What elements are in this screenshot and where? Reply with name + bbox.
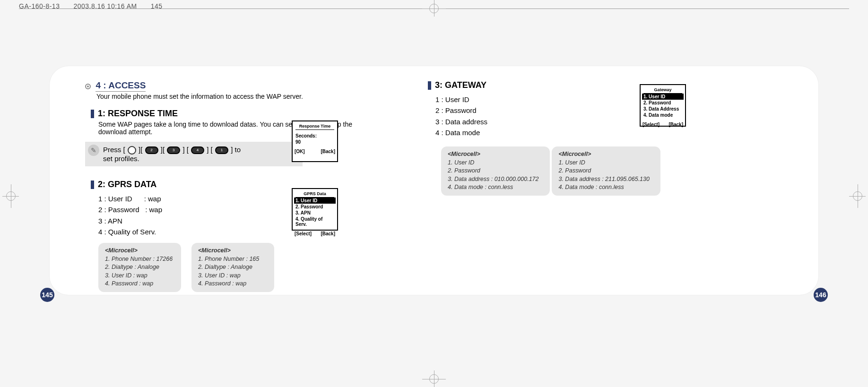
screen-softkeys: [Select] [Back]: [293, 230, 337, 237]
phone-screen-gateway: Gateway 1. User ID 2. Password 3. Data A…: [640, 84, 686, 127]
softkey-back[interactable]: [Back]: [668, 122, 683, 127]
screen-row-2[interactable]: 2. Password: [641, 100, 685, 106]
heading-bar-icon: [428, 81, 431, 90]
gateway-item-1: 1 : User ID: [435, 94, 730, 105]
key-2-icon: 2: [145, 146, 158, 154]
softkey-select[interactable]: [Select]: [642, 122, 660, 127]
gprs-data-label: 2: GPRS DATA: [98, 180, 156, 189]
gw-profile-2-line-2: 2. Password: [558, 167, 654, 175]
profile-1-line-2: 2. Dialtype : Analoge: [105, 263, 174, 272]
profile-1-line-1: 1. Phone Number : 17266: [105, 255, 174, 264]
tip-text-1: Press [: [103, 146, 125, 154]
softkey-select[interactable]: [Select]: [295, 231, 312, 236]
key-4-icon: 4: [191, 146, 204, 154]
key-menu-icon: [128, 146, 136, 155]
tip-icon: ✎: [88, 145, 99, 156]
screen-row-2[interactable]: 2. Password: [293, 204, 337, 210]
screen-title: Gateway: [643, 86, 682, 94]
page-number-left: 145: [40, 288, 54, 302]
tip-box: ✎ Press [ ][ 2 ][ 3 ] [ 4 ] [ 1 ] to set…: [85, 142, 303, 166]
gateway-item-4: 4 : Data mode: [435, 127, 730, 138]
gateway-profile-card-1: <Microcell> 1. User ID 2. Password 3. Da…: [441, 146, 550, 196]
gw-profile-2-line-3: 3. Data address : 211.095.065.130: [558, 175, 654, 184]
register-mark-right: [849, 184, 866, 208]
heading-bar-icon: [91, 110, 94, 118]
left-page-content: 4 : ACCESS Your mobile phone must set th…: [85, 80, 378, 292]
gw-profile-2-line-4: 4. Data mode : conn.less: [558, 183, 654, 192]
microcell-profile-card-1: <Microcell> 1. Phone Number : 17266 2. D…: [98, 243, 181, 292]
tip-text-line2: set profiles.: [103, 155, 297, 163]
page-number-right: 146: [814, 288, 828, 302]
gateway-items-list: 1 : User ID 2 : Password 3 : Data addres…: [435, 94, 730, 138]
response-time-label: 1: RESPONSE TIME: [98, 109, 178, 118]
tip-text-3: ][: [161, 146, 165, 154]
register-mark-top: [422, 0, 446, 17]
screen-title: Response Time: [295, 123, 334, 130]
profile-1-line-3: 3. User ID : wap: [105, 272, 174, 280]
gw-profile-1-line-4: 4. Data mode : conn.less: [448, 183, 543, 192]
gateway-item-2: 2 : Password: [435, 105, 730, 116]
tip-text-4: ] [: [182, 146, 189, 154]
gateway-profile-cards: <Microcell> 1. User ID 2. Password 3. Da…: [441, 138, 730, 196]
profile-2-line-4: 4. Password : wap: [198, 280, 268, 288]
key-3-icon: 3: [167, 146, 180, 154]
gateway-item-3: 3 : Data address: [435, 116, 730, 127]
access-title: 4 : ACCESS: [95, 80, 146, 92]
screen-row-3[interactable]: 3. APN: [293, 210, 337, 216]
response-time-heading: 1: RESPONSE TIME: [91, 109, 378, 119]
gw-profile-1-line-1: 1. User ID: [448, 159, 543, 167]
profile-1-title: <Microcell>: [105, 247, 174, 255]
tip-text-2: ][: [139, 146, 142, 154]
screen-selected-row[interactable]: 1. User ID: [294, 198, 336, 204]
screen-row-seconds: Seconds:: [293, 133, 337, 139]
gateway-label: 3: GATEWAY: [435, 80, 486, 90]
gw-profile-2-line-1: 1. User ID: [558, 159, 654, 167]
profile-2-title: <Microcell>: [198, 247, 268, 255]
screen-softkeys: [Select] [Back]: [641, 121, 685, 128]
phone-screen-gprs-data: GPRS Data 1. User ID 2. Password 3. APN …: [292, 188, 338, 231]
softkey-back[interactable]: [Back]: [321, 149, 335, 154]
tip-text-6: ] to: [231, 146, 241, 154]
screen-row-4[interactable]: 4. Data mode: [641, 112, 685, 118]
section-heading: 4 : ACCESS: [85, 80, 378, 92]
gw-profile-2-title: <Microcell>: [558, 150, 654, 159]
softkey-ok[interactable]: [OK]: [295, 149, 305, 154]
screen-row-value: 90: [293, 139, 337, 145]
profile-2-line-3: 3. User ID : wap: [198, 272, 268, 280]
screen-selected-row[interactable]: 1. User ID: [642, 94, 684, 100]
microcell-profile-card-2: <Microcell> 1. Phone Number : 165 2. Dia…: [191, 243, 274, 292]
screen-softkeys: [OK] [Back]: [293, 148, 337, 155]
tip-text-5: ] [: [207, 146, 213, 154]
softkey-back[interactable]: [Back]: [321, 231, 335, 236]
phone-screen-response-time: Response Time Seconds: 90 [OK] [Back]: [292, 120, 338, 162]
bullet-icon: [85, 84, 91, 89]
page-spread: 4 : ACCESS Your mobile phone must set th…: [50, 66, 818, 295]
heading-bar-icon: [91, 181, 94, 189]
gateway-profile-card-2: <Microcell> 1. User ID 2. Password 3. Da…: [552, 146, 660, 196]
profile-2-line-2: 2. Dialtype : Analoge: [198, 263, 268, 272]
profile-1-line-4: 4. Password : wap: [105, 280, 174, 288]
register-mark-left: [2, 184, 19, 208]
screen-row-4[interactable]: 4. Quality of Serv.: [293, 216, 337, 227]
profile-cards-row: <Microcell> 1. Phone Number : 17266 2. D…: [98, 237, 378, 292]
key-1-icon: 1: [215, 146, 228, 154]
gw-profile-1-title: <Microcell>: [448, 150, 543, 159]
gw-profile-1-line-3: 3. Data address : 010.000.000.172: [448, 175, 543, 184]
gw-profile-1-line-2: 2. Password: [448, 167, 543, 175]
profile-2-line-1: 1. Phone Number : 165: [198, 255, 268, 264]
screen-title: GPRS Data: [295, 190, 334, 198]
register-mark-bottom: [422, 370, 446, 387]
access-description: Your mobile phone must set the informati…: [96, 93, 378, 101]
screen-row-3[interactable]: 3. Data Address: [641, 106, 685, 112]
